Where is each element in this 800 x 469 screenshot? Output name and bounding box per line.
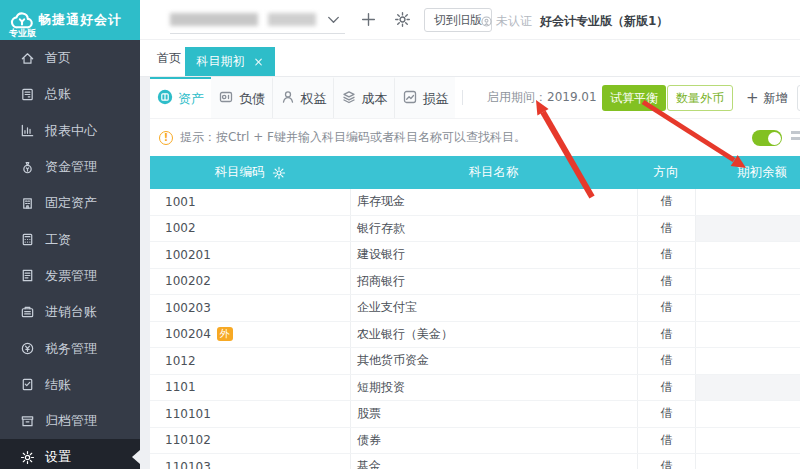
add-account-set-icon[interactable] xyxy=(360,11,377,28)
header-settings-gear-icon[interactable] xyxy=(394,11,411,28)
sidebar-item-tax[interactable]: 税务管理 xyxy=(0,330,140,366)
sidebar-item-label: 结账 xyxy=(45,376,71,394)
trial-balance-button[interactable]: 试算平衡 xyxy=(602,85,666,111)
hint-text: 提示：按Ctrl + F键并输入科目编码或者科目名称可以查找科目。 xyxy=(180,129,526,146)
sidebar-item-label: 报表中心 xyxy=(45,122,97,140)
subject-direction: 借 xyxy=(637,322,695,348)
subject-direction: 借 xyxy=(637,242,695,268)
category-tab-equity[interactable]: 权益 xyxy=(272,77,333,118)
tax-icon xyxy=(20,341,35,356)
table-row[interactable]: 110101 股票 借 xyxy=(150,401,800,428)
chevron-down-icon[interactable] xyxy=(325,11,342,28)
category-tab-liability[interactable]: 负债 xyxy=(211,77,272,118)
subject-code: 100201 xyxy=(165,248,211,262)
opening-balance-cell[interactable] xyxy=(695,269,800,295)
col-header-name: 科目名称 xyxy=(350,164,637,181)
opening-balance-cell[interactable] xyxy=(695,454,800,469)
category-tab-cost[interactable]: 成本 xyxy=(333,77,394,118)
subject-code: 100203 xyxy=(165,301,211,315)
company-selector[interactable] xyxy=(170,10,345,32)
sidebar-item-home[interactable]: 首页 xyxy=(0,40,140,76)
opening-balance-cell[interactable] xyxy=(695,242,800,268)
opening-balance-cell[interactable] xyxy=(695,216,800,242)
subject-direction: 借 xyxy=(637,428,695,454)
sidebar-item-ledger[interactable]: 总账 xyxy=(0,76,140,112)
table-row[interactable]: 100203 企业支付宝 借 xyxy=(150,295,800,322)
subject-direction: 借 xyxy=(637,269,695,295)
sidebar: 首页 总账 报表中心 资金管理 固定资产 工资 发票管理 xyxy=(0,40,140,469)
opening-balance-cell[interactable] xyxy=(695,428,800,454)
subject-direction: 借 xyxy=(637,295,695,321)
pnl-icon xyxy=(402,89,418,108)
sidebar-item-salary[interactable]: 工资 xyxy=(0,221,140,257)
table-row[interactable]: 100202 招商银行 借 xyxy=(150,269,800,296)
report-icon xyxy=(20,123,35,138)
company-underline xyxy=(170,33,345,34)
col-header-direction: 方向 xyxy=(637,164,695,181)
opening-balance-cell[interactable] xyxy=(695,322,800,348)
category-tab-label: 负债 xyxy=(239,90,265,108)
table-row[interactable]: 1101 短期投资 借 xyxy=(150,375,800,402)
sidebar-item-label: 固定资产 xyxy=(45,194,97,212)
clipped-toggle-label xyxy=(791,131,800,147)
enable-period-value: 2019.01 xyxy=(547,90,597,104)
sidebar-item-reports[interactable]: 报表中心 xyxy=(0,113,140,149)
sidebar-item-label: 工资 xyxy=(45,231,71,249)
opening-balance-cell[interactable] xyxy=(695,348,800,374)
fixed-asset-icon xyxy=(20,196,35,211)
table-row[interactable]: 1012 其他货币资金 借 xyxy=(150,348,800,375)
sidebar-item-settings[interactable]: 设置 xyxy=(0,439,140,469)
sidebar-item-invoice[interactable]: 发票管理 xyxy=(0,258,140,294)
subject-code: 110101 xyxy=(165,407,211,421)
close-tab-icon[interactable]: × xyxy=(253,55,263,69)
subject-code: 100204 xyxy=(165,327,211,341)
app-window: 畅捷通好会计 专业版 切到旧版 未认证 好会计专业版（新版1） 首页 xyxy=(0,0,800,469)
subject-code: 1012 xyxy=(165,354,196,368)
subject-code: 1101 xyxy=(165,380,196,394)
hint-row: ! 提示：按Ctrl + F键并输入科目编码或者科目名称可以查找科目。 xyxy=(150,118,800,156)
subject-name: 债券 xyxy=(350,428,637,454)
subject-code: 100202 xyxy=(165,274,211,288)
sidebar-item-label: 发票管理 xyxy=(45,267,97,285)
category-tab-pnl[interactable]: 损益 xyxy=(394,77,455,118)
sidebar-item-label: 税务管理 xyxy=(45,340,97,358)
sidebar-item-funds[interactable]: 资金管理 xyxy=(0,149,140,185)
table-row[interactable]: 110102 债券 借 xyxy=(150,428,800,455)
product-name: 好会计专业版（新版1） xyxy=(540,13,668,30)
subject-name: 短期投资 xyxy=(350,375,637,401)
category-tab-label: 资产 xyxy=(178,90,204,108)
opening-balance-cell[interactable] xyxy=(695,375,800,401)
ledger-icon xyxy=(20,87,35,102)
table-row[interactable]: 1001 库存现金 借 xyxy=(150,189,800,216)
sidebar-item-label: 资金管理 xyxy=(45,158,97,176)
sidebar-item-archive[interactable]: 归档管理 xyxy=(0,403,140,439)
add-subject-button[interactable]: + 新增 xyxy=(746,85,788,111)
sidebar-item-closing[interactable]: 结账 xyxy=(0,367,140,403)
sidebar-item-trade[interactable]: 进销台账 xyxy=(0,294,140,330)
subject-direction: 借 xyxy=(637,348,695,374)
column-settings-gear-icon[interactable] xyxy=(272,166,286,180)
tab-subject-initial[interactable]: 科目期初 × xyxy=(185,47,275,76)
table-row[interactable]: 100204外 农业银行（美金） 借 xyxy=(150,322,800,349)
opening-balance-cell[interactable] xyxy=(695,295,800,321)
plus-icon: + xyxy=(746,91,759,106)
tab-subject-initial-label: 科目期初 xyxy=(196,53,244,70)
opening-balance-cell[interactable] xyxy=(695,401,800,427)
subject-name: 库存现金 xyxy=(350,189,637,215)
category-tab-asset[interactable]: 资产 xyxy=(150,77,211,118)
table-row[interactable]: 110103 基金 借 xyxy=(150,454,800,469)
display-toggle[interactable] xyxy=(752,130,782,146)
table-row[interactable]: 100201 建设银行 借 xyxy=(150,242,800,269)
closing-icon xyxy=(20,377,35,392)
archive-icon xyxy=(20,414,35,429)
sidebar-item-assets[interactable]: 固定资产 xyxy=(0,185,140,221)
subject-name: 基金 xyxy=(350,454,637,469)
qty-foreign-currency-button[interactable]: 数量外币 xyxy=(667,85,733,111)
sidebar-item-label: 进销台账 xyxy=(45,303,97,321)
subject-direction: 借 xyxy=(637,375,695,401)
enable-period-label: 启用期间： xyxy=(487,90,547,104)
subject-direction: 借 xyxy=(637,401,695,427)
table-row[interactable]: 1002 银行存款 借 xyxy=(150,216,800,243)
cert-badge-icon xyxy=(480,15,493,28)
opening-balance-cell[interactable] xyxy=(695,189,800,215)
